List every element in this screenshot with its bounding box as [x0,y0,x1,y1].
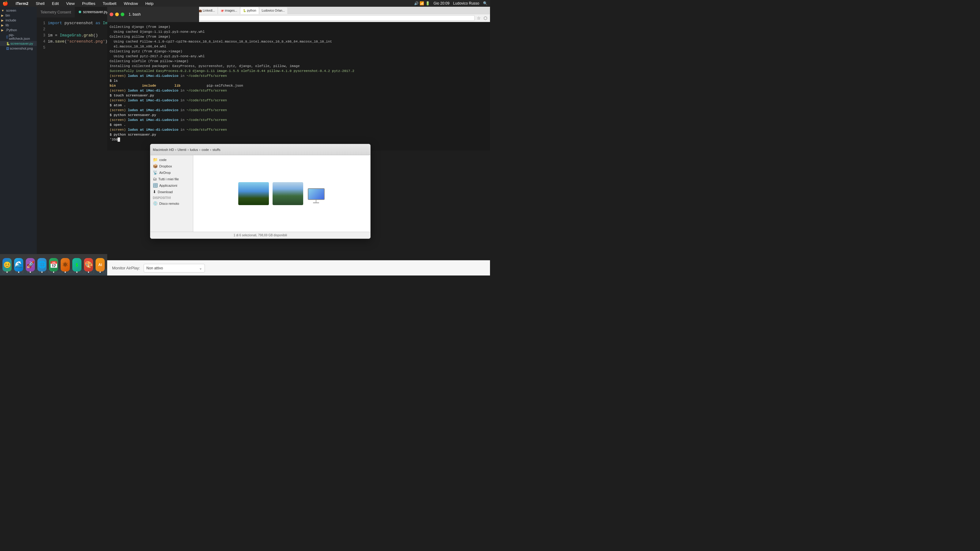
breadcrumb-sep4: › [210,148,211,151]
menubar-time: Gio 20:09 [434,1,450,5]
dock-finder[interactable]: 😊 [2,258,12,272]
terminal-line-9: Installing collected packages: EasyProce… [110,64,488,68]
photos-dock-icon: 🎨 [84,261,93,269]
sidebar-file-screenshot[interactable]: 🖼 screenshot.png [0,46,37,51]
finder-fav-code-label: code [159,158,167,162]
finder-body: 📁 code 📦 Dropbox 📡 AirDrop 🗂 Tutti i mie… [150,155,370,232]
menubar-toolbelt[interactable]: Toolbelt [101,1,118,6]
breadcrumb-macintosh[interactable]: Macintosh HD [153,148,174,151]
nav-extensions[interactable]: ⬡ [483,16,488,21]
screenshot-file-icon: 🖼 [6,47,9,50]
nav-bookmark[interactable]: ☆ [476,16,481,21]
finder-thumb-forest[interactable] [272,182,303,205]
sidebar-root-folder[interactable]: ▼ screen [0,8,37,13]
finder-fav-airdrop[interactable]: 📡 AirDrop [150,169,193,176]
terminal-line-14: (screen) ludus at iMac-di-Ludovico in ~/… [110,88,488,93]
sidebar-folder-include[interactable]: ▶ include [0,18,37,23]
tab-telemetry[interactable]: Telemetry Consent [37,7,75,17]
breadcrumb-utenti[interactable]: Utenti [178,148,186,151]
terminal-line-16: (screen) ludus at iMac-di-Ludovico in ~/… [110,98,488,103]
menubar-help[interactable]: Help [144,1,155,6]
breadcrumb-sep3: › [199,148,200,151]
airdrop-icon: 📡 [153,170,158,175]
terminal-title-bar: 1. bash [107,7,199,22]
close-btn[interactable] [110,13,113,16]
browser-tab-linkedin2[interactable]: 💼 Linkedl... [196,7,218,14]
tab-screensaver[interactable]: screensaver.py [75,7,112,17]
dock-launchpad[interactable]: 🚀 [26,258,35,272]
allfiles-icon: 🗂 [153,176,157,181]
images-tab-label: images... [225,9,237,12]
include-folder-label: include [5,18,16,22]
sidebar-file-pipself[interactable]: {} pip-selfcheck.json [0,32,37,41]
pipself-file-icon: {} [6,35,8,38]
menubar-shell[interactable]: Shell [35,1,46,6]
download-icon: ⬇ [153,189,156,194]
menubar-edit[interactable]: Edit [51,1,60,6]
maps-dock-icon: 🌊 [15,261,23,269]
terminal-line-8: Collecting olefile (from pillow->image) [110,59,488,64]
airplay-value: Non attivo [146,266,163,270]
browser-tab-python[interactable]: 🐍 python [240,7,259,14]
menubar-search[interactable]: 🔍 [483,1,488,5]
lib-folder-icon: ▶ [1,24,4,27]
minimize-btn[interactable] [115,13,119,16]
finder-fav-dropbox[interactable]: 📦 Dropbox [150,163,193,169]
breadcrumb-code[interactable]: code [202,148,209,151]
dock-photos[interactable]: 🎨 [84,258,93,272]
terminal-line-12: $ ls [110,78,488,83]
dock-calendar[interactable]: 📅 [49,258,58,272]
code-folder-icon: 📁 [153,157,158,162]
terminal-body[interactable]: Collecting django (from image) Using cac… [107,22,490,151]
dock-ai[interactable]: Ai [95,258,105,272]
menubar-window[interactable]: Window [123,1,139,6]
finder-fav-allfiles[interactable]: 🗂 Tutti i miei file [150,176,193,182]
line-num-2: 2 [37,26,48,32]
tab-active-indicator [79,11,81,13]
finder-dock-icon: 😊 [3,261,11,268]
terminal-line-10: Successfully installed EasyProcess-0.2.3… [110,68,488,73]
menubar-view[interactable]: View [65,1,76,6]
menubar-profiles[interactable]: Profiles [81,1,97,6]
dock-chrome[interactable]: 🌐 [37,258,46,272]
finder-imac-preview [307,188,325,205]
maximize-btn[interactable] [121,13,124,16]
dock-iterm[interactable]: $ [72,258,81,272]
finder-fav-apps[interactable]: 🔢 Applicazioni [150,182,193,189]
python-folder-label: .Python [5,28,17,32]
finder-devices-section: Dispositivi [150,195,193,200]
browser-tab-images[interactable]: 🐙 images... [218,7,240,14]
menubar-app[interactable]: iTerm2 [14,1,30,6]
imac-base [313,202,319,203]
photos-dock-dot [88,272,89,273]
airplay-label: Monitor AirPlay: [112,266,140,270]
finder-fav-apps-label: Applicazioni [159,184,177,187]
dock-atom[interactable]: ⚛ [60,258,70,272]
chrome-dock-dot [41,272,43,273]
finder-preview-items [238,182,325,205]
airplay-select[interactable]: Non attivo ⌄ [144,264,205,272]
sidebar-file-screensaver[interactable]: 🐍 screensaver.py [0,41,37,46]
sidebar-folder-lib[interactable]: ▶ lib [0,23,37,27]
breadcrumb-stuffs[interactable]: stuffs [213,148,221,151]
file-sidebar: ▼ screen ▶ bin ▶ include ▶ lib ▶ .Python… [0,7,37,275]
sidebar-folder-python[interactable]: ▶ .Python [0,27,37,32]
breadcrumb-ludus[interactable]: ludus [190,148,198,151]
dock-maps[interactable]: 🌊 [14,258,23,272]
python-tab-label: python [247,9,256,12]
apple-menu[interactable]: 🍎 [2,1,8,6]
terminal-line-1: Collecting django (from image) [110,24,488,29]
finder-thumb-mountain[interactable] [238,182,269,205]
line-num-5: 5 [37,45,48,51]
browser-tab-user[interactable]: Ludovico Orlan... [259,7,288,14]
atom-dock-dot [65,272,66,273]
tab-screensaver-label: screensaver.py [83,10,108,14]
launchpad-dock-icon: 🚀 [26,261,35,269]
finder-fav-code[interactable]: 📁 code [150,156,193,163]
menubar-icons: 🔊 📶 🔋 [414,1,430,5]
terminal-line-13: bin include lib pip-selfcheck.json [110,83,488,88]
finder-fav-download[interactable]: ⬇ Download [150,189,193,195]
sidebar-folder-bin[interactable]: ▶ bin [0,13,37,18]
bin-folder-icon: ▶ [1,14,4,17]
finder-device-remote[interactable]: 💿 Disco remoto [150,200,193,206]
